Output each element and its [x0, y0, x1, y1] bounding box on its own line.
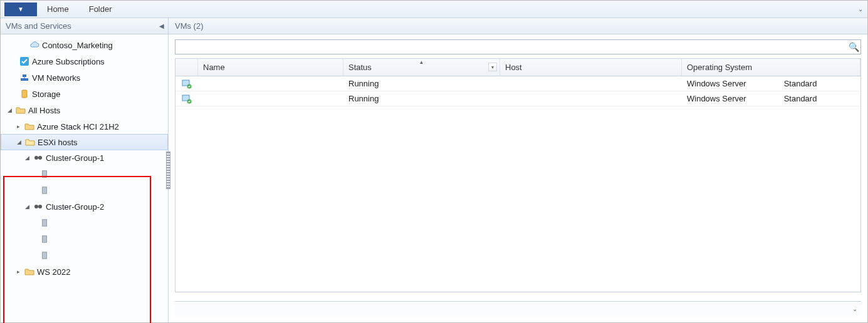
svg-rect-12 — [43, 252, 47, 259]
cell-os: Windows ServerStandard — [682, 94, 860, 103]
main-panel: VMs (2) 🔍 Name Status ▲ ▾ — [169, 18, 867, 322]
tree-item-all-hosts[interactable]: ◢ All Hosts — [1, 102, 168, 118]
tree-item-label: Contoso_Marketing — [42, 41, 113, 50]
tree-item-label: ESXi hosts — [38, 138, 78, 147]
server-icon — [39, 218, 50, 228]
cloud-icon — [29, 40, 39, 50]
column-icon — [175, 59, 198, 76]
network-icon — [19, 73, 29, 83]
filter-icon[interactable]: ▾ — [488, 63, 497, 71]
grid-body: Running Windows ServerStandard Running W… — [175, 76, 860, 292]
svg-point-9 — [38, 205, 42, 208]
ribbon-tab-home[interactable]: Home — [37, 1, 79, 18]
cell-os: Windows ServerStandard — [682, 79, 860, 88]
tree-item-label: All Hosts — [28, 106, 60, 115]
sidebar-collapse-icon[interactable]: ◀ — [159, 23, 164, 29]
tree-item-esxi-hosts[interactable]: ◢ ESXi hosts — [1, 134, 168, 150]
table-row[interactable]: Running Windows ServerStandard — [175, 91, 860, 106]
search-icon[interactable]: 🔍 — [847, 42, 860, 52]
expander-icon[interactable]: ◢ — [23, 203, 31, 210]
folder-icon — [24, 121, 34, 131]
tree-item-azure-stack[interactable]: ▸ Azure Stack HCI 21H2 — [1, 118, 168, 135]
details-pane-strip: ⌄ — [175, 301, 861, 316]
tree-item-vm-networks[interactable]: VM Networks — [1, 69, 168, 86]
table-row[interactable]: Running Windows ServerStandard — [175, 76, 860, 91]
expander-icon[interactable]: ◢ — [15, 139, 23, 145]
svg-rect-1 — [21, 78, 28, 81]
tree-item-contoso-marketing[interactable]: Contoso_Marketing — [1, 37, 168, 53]
column-header-os[interactable]: Operating System — [682, 59, 860, 76]
svg-rect-7 — [43, 187, 47, 194]
search-input[interactable] — [175, 43, 847, 52]
tree-item-host[interactable] — [1, 182, 168, 198]
expander-icon[interactable]: ▸ — [14, 123, 22, 130]
column-header-status[interactable]: Status ▲ ▾ — [343, 59, 500, 76]
ribbon-bar: ▼ Home Folder ⌄ — [1, 1, 867, 18]
vm-icon-cell — [175, 94, 198, 104]
details-pane-dropdown-icon[interactable]: ⌄ — [852, 305, 857, 312]
sidebar-header: VMs and Services ◀ — [1, 18, 168, 34]
cell-status: Running — [343, 79, 500, 88]
sidebar: VMs and Services ◀ Contoso_Marketing Azu… — [1, 18, 169, 322]
main-header: VMs (2) — [169, 18, 867, 34]
svg-rect-11 — [43, 236, 47, 243]
tree-item-storage[interactable]: Storage — [1, 86, 168, 102]
search-row: 🔍 — [169, 34, 867, 54]
sort-asc-icon: ▲ — [419, 59, 424, 65]
grid-header-row: Name Status ▲ ▾ Host Operating System — [175, 59, 860, 76]
vm-icon — [182, 94, 192, 104]
tree-item-label: Storage — [32, 90, 61, 99]
search-box: 🔍 — [175, 39, 861, 54]
svg-point-4 — [34, 156, 38, 160]
expander-icon[interactable]: ◢ — [6, 107, 13, 113]
svg-point-8 — [34, 205, 38, 208]
server-icon — [39, 250, 50, 260]
server-icon — [39, 169, 50, 179]
server-icon — [39, 185, 50, 195]
cluster-icon — [33, 202, 43, 212]
tree-item-label: Azure Stack HCI 21H2 — [37, 122, 119, 131]
tree-item-host[interactable] — [1, 247, 168, 264]
column-header-host[interactable]: Host — [500, 59, 682, 76]
tree-item-host[interactable] — [1, 215, 168, 231]
folder-icon — [16, 105, 26, 115]
tree-item-label: WS 2022 — [37, 267, 70, 277]
cell-status: Running — [343, 94, 500, 103]
chevron-down-icon: ▼ — [18, 6, 24, 13]
file-menu-button[interactable]: ▼ — [4, 3, 37, 16]
expander-icon[interactable]: ▸ — [14, 269, 22, 275]
tree-item-host[interactable] — [1, 231, 168, 247]
grid-wrap: Name Status ▲ ▾ Host Operating System — [169, 54, 867, 322]
server-icon — [39, 234, 50, 244]
main-title: VMs (2) — [175, 21, 204, 31]
cluster-icon — [33, 153, 43, 163]
ribbon-tab-folder[interactable]: Folder — [79, 1, 122, 18]
vm-icon — [182, 79, 192, 89]
tree-item-azure-subscriptions[interactable]: Azure Subscriptions — [1, 53, 168, 69]
tree-item-cluster-group-2[interactable]: ◢ Cluster-Group-2 — [1, 198, 168, 215]
tree-item-label: Azure Subscriptions — [32, 57, 105, 66]
tree-item-cluster-group-1[interactable]: ◢ Cluster-Group-1 — [1, 150, 168, 166]
tree-item-label: Cluster-Group-2 — [46, 202, 104, 212]
column-header-name[interactable]: Name — [198, 59, 343, 76]
check-icon — [19, 56, 29, 66]
body: VMs and Services ◀ Contoso_Marketing Azu… — [1, 18, 867, 322]
app-window: ▼ Home Folder ⌄ VMs and Services ◀ Conto… — [0, 0, 868, 323]
sidebar-title: VMs and Services — [6, 21, 71, 31]
tree-item-ws2022[interactable]: ▸ WS 2022 — [1, 264, 168, 280]
ribbon-dropdown-icon[interactable]: ⌄ — [857, 6, 867, 13]
svg-point-5 — [38, 156, 42, 160]
vm-icon-cell — [175, 79, 198, 89]
tree-item-label: VM Networks — [32, 73, 80, 83]
svg-rect-3 — [22, 90, 27, 98]
storage-icon — [19, 89, 29, 99]
folder-open-icon — [25, 137, 35, 147]
nav-tree: Contoso_Marketing Azure Subscriptions VM… — [1, 34, 168, 322]
svg-rect-2 — [23, 74, 26, 77]
tree-item-label: Cluster-Group-1 — [46, 153, 104, 163]
expander-icon[interactable]: ◢ — [23, 155, 31, 161]
svg-rect-10 — [43, 220, 47, 227]
tree-item-host[interactable] — [1, 166, 168, 182]
sidebar-resize-grip[interactable] — [166, 151, 170, 189]
vms-grid: Name Status ▲ ▾ Host Operating System — [175, 58, 861, 292]
